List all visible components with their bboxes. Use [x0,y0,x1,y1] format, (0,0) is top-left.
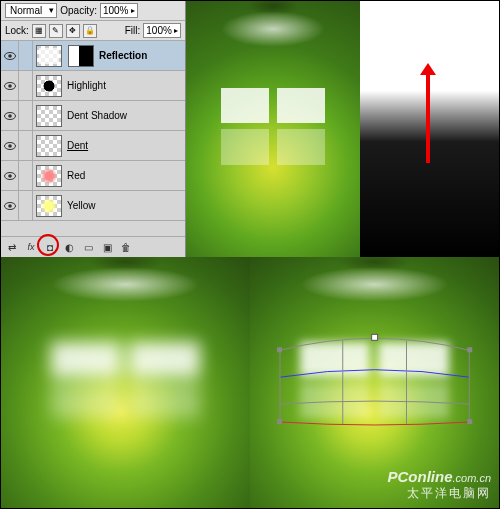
link-cell[interactable] [19,101,33,131]
lock-fill-row: Lock: ▦ ✎ ✥ 🔒 Fill: 100% [1,21,185,41]
visibility-toggle[interactable] [1,71,19,101]
layer-name[interactable]: Reflection [97,50,147,61]
blend-mode-dropdown[interactable]: Normal [5,3,57,18]
render-blurred-reflection [1,257,250,508]
opacity-input[interactable]: 100% [100,3,138,18]
new-layer-icon[interactable]: ▣ [100,240,114,254]
svg-rect-15 [277,419,282,424]
eye-icon [4,142,16,150]
svg-point-11 [8,204,12,208]
window-pane [221,129,269,164]
eye-icon [4,52,16,60]
layer-thumbnail[interactable] [36,135,62,157]
watermark-brand: PConline [387,468,452,485]
arrow-up-icon [426,73,430,163]
svg-rect-12 [372,335,378,341]
window-pane [129,383,200,418]
link-layers-icon[interactable]: ⇄ [5,240,19,254]
layer-row-reflection[interactable]: Reflection [1,41,185,71]
layers-panel: Normal Opacity: 100% Lock: ▦ ✎ ✥ 🔒 Fill:… [1,1,186,257]
window-pane [51,383,122,418]
watermark-tld: .com.cn [452,472,491,484]
apple-highlight [300,267,449,302]
link-cell[interactable] [19,191,33,221]
lock-position-icon[interactable]: ✥ [66,24,80,38]
link-cell[interactable] [19,131,33,161]
layer-row-dent-shadow[interactable]: Dent Shadow [1,101,185,131]
layer-row-dent[interactable]: Dent [1,131,185,161]
window-pane [51,342,122,377]
layer-name[interactable]: Yellow [65,200,96,211]
visibility-toggle[interactable] [1,41,19,71]
lock-image-icon[interactable]: ✎ [49,24,63,38]
layer-mask-thumbnail[interactable] [68,45,94,67]
eye-icon [4,82,16,90]
layer-row-yellow[interactable]: Yellow [1,191,185,221]
gradient-mask-preview [360,1,499,257]
svg-rect-13 [277,348,282,353]
link-cell[interactable] [19,71,33,101]
layer-thumbnail[interactable] [36,45,62,67]
svg-point-5 [8,114,12,118]
window-pane [277,129,325,164]
fill-label: Fill: [125,25,141,36]
layer-name[interactable]: Red [65,170,85,181]
lock-all-icon[interactable]: 🔒 [83,24,97,38]
opacity-label: Opacity: [60,5,97,16]
adjustment-layer-icon[interactable]: ◐ [62,240,76,254]
fill-input[interactable]: 100% [143,23,181,38]
warp-transform-grid[interactable] [280,332,469,422]
svg-point-1 [8,54,12,58]
visibility-toggle[interactable] [1,191,19,221]
svg-rect-16 [467,419,472,424]
render-warp-transform: PConline.com.cn 太平洋电脑网 [250,257,499,508]
visibility-toggle[interactable] [1,161,19,191]
lock-label: Lock: [5,25,29,36]
window-pane [277,88,325,123]
layer-name[interactable]: Dent Shadow [65,110,127,121]
layer-thumbnail[interactable] [36,195,62,217]
layer-name[interactable]: Highlight [65,80,106,91]
blend-opacity-row: Normal Opacity: 100% [1,1,185,21]
render-sharp-reflection [186,1,359,257]
lock-transparency-icon[interactable]: ▦ [32,24,46,38]
layer-thumbnail[interactable] [36,75,62,97]
layer-name[interactable]: Dent [65,140,88,151]
svg-rect-14 [467,348,472,353]
layers-panel-footer: ⇄ fx ◘ ◐ ▭ ▣ 🗑 [1,236,185,257]
link-cell[interactable] [19,161,33,191]
layer-thumbnail[interactable] [36,165,62,187]
visibility-toggle[interactable] [1,131,19,161]
delete-layer-icon[interactable]: 🗑 [119,240,133,254]
eye-icon [4,202,16,210]
group-icon[interactable]: ▭ [81,240,95,254]
apple-highlight [51,267,200,302]
watermark: PConline.com.cn 太平洋电脑网 [387,468,491,502]
window-reflection-blurred [51,342,200,417]
layer-thumbnail[interactable] [36,105,62,127]
eye-icon [4,172,16,180]
add-mask-icon[interactable]: ◘ [43,240,57,254]
layers-list: Reflection Highlight Dent Shadow [1,41,185,236]
svg-point-9 [8,174,12,178]
visibility-toggle[interactable] [1,101,19,131]
svg-point-3 [8,84,12,88]
window-pane [129,342,200,377]
link-cell[interactable] [19,41,33,71]
window-pane [221,88,269,123]
window-reflection-sharp [221,88,325,165]
watermark-sub: 太平洋电脑网 [387,485,491,502]
eye-icon [4,112,16,120]
svg-point-7 [8,144,12,148]
layer-row-red[interactable]: Red [1,161,185,191]
layer-row-highlight[interactable]: Highlight [1,71,185,101]
apple-highlight [221,11,325,47]
fx-icon[interactable]: fx [24,240,38,254]
